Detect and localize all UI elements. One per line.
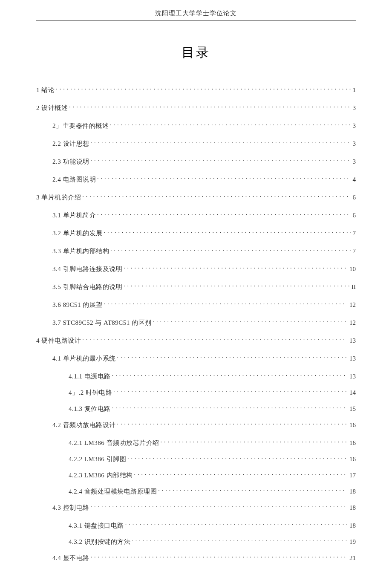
toc-entry-label: 4.3.1 键盘接口电路	[69, 522, 124, 530]
toc-entry: 4」.2 时钟电路14	[36, 387, 356, 397]
toc-entry-page: 17	[349, 471, 356, 480]
toc-entry-label: 4.2 音频功放电路设计	[52, 421, 116, 430]
toc-entry: 4.1 单片机的最小系统13	[36, 353, 356, 363]
toc-entry-label: 4.1.3 复位电路	[69, 405, 111, 413]
toc-entry: 4 硬件电路设计13	[36, 335, 356, 345]
toc-entry-page: 14	[349, 389, 356, 397]
toc-dot-leader	[127, 454, 347, 461]
toc-dot-leader	[97, 210, 351, 217]
toc-entry-page: 3	[352, 140, 356, 148]
toc-dot-leader	[112, 404, 347, 411]
toc-entry-label: 2 设计概述	[36, 104, 68, 113]
toc-entry-page: 13	[349, 373, 356, 381]
toc-dot-leader	[91, 139, 351, 146]
toc-entry-label: 3 单片机的介绍	[36, 193, 81, 202]
toc-dot-leader	[124, 282, 349, 289]
toc-dot-leader	[124, 264, 347, 271]
toc-entry-label: 2.4 电路图说明	[52, 176, 96, 184]
toc-entry: 4.3.1 键盘接口电路18	[36, 520, 356, 530]
toc-entry-page: 13	[349, 355, 356, 363]
toc-entry: 3.6 89C51 的展望12	[36, 300, 356, 309]
toc-entry-page: 16	[349, 439, 356, 448]
toc-dot-leader	[125, 520, 347, 528]
toc-entry-label: 4.2.3 LM386 内部结构	[69, 471, 133, 480]
toc-entry: 4.3.2 识别按键的方法19	[36, 537, 356, 546]
toc-entry-page: 10	[349, 265, 356, 274]
toc-entry-label: 3.5 引脚结合电路的说明	[52, 283, 122, 292]
running-header-area: 沈阳理工大学学士学位论文	[0, 0, 392, 20]
toc-dot-leader	[110, 121, 351, 128]
toc-entry-label: 4」.2 时钟电路	[69, 389, 112, 397]
toc-dot-leader	[117, 420, 348, 427]
toc-dot-leader	[132, 537, 347, 544]
toc-entry-page: 16	[349, 455, 356, 464]
toc-entry: 2.2 设计思想3	[36, 139, 356, 148]
running-header-title: 沈阳理工大学学士学位论文	[155, 9, 237, 17]
toc-entry-page: 7	[352, 229, 356, 238]
toc-entry-label: 3.4 引脚电路连接及说明	[52, 265, 122, 274]
toc-entry-page: 18	[349, 504, 356, 512]
toc-dot-leader	[91, 553, 348, 560]
toc-entry-page: 15	[349, 405, 356, 413]
toc-entry-label: 4.1.1 电源电路	[69, 373, 111, 381]
toc-entry: 4.2 音频功放电路设计16	[36, 420, 356, 429]
toc-entry: 4.3 控制电路18	[36, 502, 356, 512]
toc-entry: 4.1.3 复位电路15	[36, 404, 356, 413]
toc-dot-leader	[82, 335, 347, 343]
toc-entry-page: 18	[349, 488, 356, 496]
toc-entry: 4.1.1 电源电路13	[36, 371, 356, 381]
toc-dot-leader	[91, 502, 348, 510]
toc-entry-label: 4.1 单片机的最小系统	[52, 355, 116, 363]
toc-entry-page: 13	[349, 337, 356, 345]
toc-entry: 4.2.1 LM386 音频功放芯片介绍16	[36, 438, 356, 447]
toc-entry-label: 4.2.1 LM386 音频功放芯片介绍	[69, 439, 159, 448]
toc-entry: 2」主要器件的概述3	[36, 121, 356, 130]
toc-dot-leader	[82, 192, 350, 199]
toc-entry: 4.2.4 音频处理模块电路原理图18	[36, 486, 356, 496]
toc-entry: 3.5 引脚结合电路的说明II	[36, 282, 356, 291]
toc-dot-leader	[134, 470, 348, 477]
toc-entry-label: 4.2.2 LM386 引脚图	[69, 455, 126, 464]
toc-entry-page: 3	[352, 158, 356, 166]
toc-dot-leader	[153, 318, 347, 325]
toc-entry-page: 18	[349, 522, 356, 530]
toc-entry-label: 4 硬件电路设计	[36, 337, 81, 345]
toc-dot-leader	[117, 353, 348, 361]
toc-dot-leader	[97, 174, 351, 182]
toc-entry-page: 4	[352, 176, 356, 184]
toc-entry-page: 12	[349, 301, 356, 309]
toc-dot-leader	[104, 300, 347, 307]
toc-entry: 3 单片机的介绍6	[36, 192, 356, 202]
toc-entry: 4.4 显不电路21	[36, 553, 356, 562]
toc-entry: 3.1 单片机简介6	[36, 210, 356, 219]
toc-entry-page: 7	[352, 247, 356, 256]
toc-dot-leader	[113, 387, 347, 395]
toc-dot-leader	[112, 371, 347, 378]
toc-entry: 1 绪论1	[36, 85, 356, 94]
toc-entry-label: 4.2.4 音频处理模块电路原理图	[69, 488, 157, 496]
toc-entry-page: 6	[352, 193, 356, 202]
toc-entry-label: 3.7 STC89C52 与 AT89C51 的区别	[52, 319, 152, 327]
toc-entry: 2 设计概述3	[36, 103, 356, 112]
toc-entry-label: 3.1 单片机简介	[52, 211, 96, 220]
toc-entry-label: 2」主要器件的概述	[52, 122, 109, 130]
toc-entry: 4.2.3 LM386 内部结构17	[36, 470, 356, 479]
toc-entry-label: 2.2 设计思想	[52, 140, 89, 148]
toc-entry-page: 21	[349, 554, 356, 563]
toc-entry-label: 4.4 显不电路	[52, 554, 89, 563]
toc-entry: 3.2 单片机的发展7	[36, 228, 356, 237]
toc-entry-label: 3.6 89C51 的展望	[52, 301, 103, 309]
toc-entry-label: 1 绪论	[36, 86, 55, 95]
toc-entry-page: 19	[349, 538, 356, 546]
toc-dot-leader	[69, 103, 350, 110]
toc-dot-leader	[91, 156, 351, 164]
toc-dot-leader	[161, 438, 348, 445]
toc-entry-page: II	[351, 283, 356, 292]
toc-entry-label: 4.3 控制电路	[52, 504, 89, 512]
toc-entry: 3.7 STC89C52 与 AT89C51 的区别12	[36, 318, 356, 327]
header-rule	[36, 20, 356, 20]
toc-entry: 4.2.2 LM386 引脚图16	[36, 454, 356, 463]
toc-entry-page: 3	[352, 122, 356, 130]
toc-entry-label: 3.3 单片机内部结构	[52, 247, 109, 256]
toc-dot-leader	[158, 486, 347, 494]
